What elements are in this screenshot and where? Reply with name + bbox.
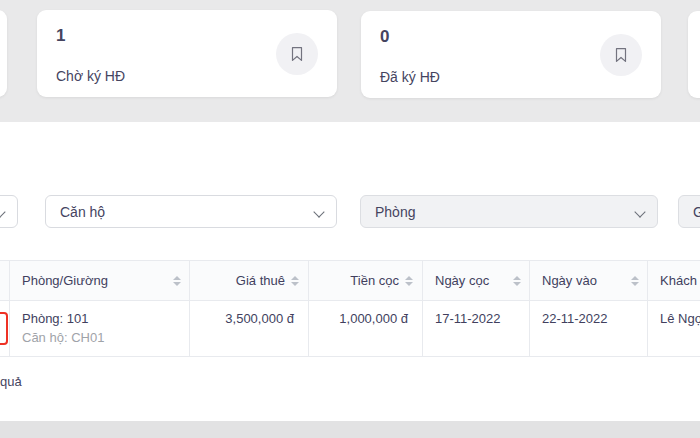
sort-icon[interactable] <box>631 276 639 286</box>
row-deposit-date-cell: 17-11-2022 <box>423 301 530 356</box>
pending-contracts-count: 1 <box>56 26 65 46</box>
apartment-select-value: Căn hộ <box>60 204 105 220</box>
sort-icon[interactable] <box>513 276 521 286</box>
footer-band <box>0 421 700 438</box>
stat-card-signed-contracts[interactable]: 0 Đã ký HĐ <box>361 11 661 98</box>
header-move-in-date[interactable]: Ngày vào <box>530 261 648 300</box>
bookmark-button[interactable] <box>276 33 318 75</box>
row-action-button[interactable] <box>0 312 8 345</box>
stats-section: 1 Chờ ký HĐ 0 Đã ký HĐ <box>0 0 700 122</box>
bed-select-value: Giường <box>693 204 700 220</box>
row-customer-cell: Lê Ngọ <box>648 301 700 356</box>
room-select-value: Phòng <box>375 204 415 220</box>
header-rent[interactable]: Giá thuê <box>190 261 309 300</box>
table-header-row: Phòng/Giường Giá thuê Tiền cọc Ngày cọc … <box>0 260 700 301</box>
header-room-bed[interactable]: Phòng/Giường <box>10 261 190 300</box>
results-count-text: quả <box>0 374 22 389</box>
rental-dashboard-screen: 1 Chờ ký HĐ 0 Đã ký HĐ Căn hộ Ph <box>0 0 700 438</box>
header-actions <box>0 261 10 300</box>
stat-card-pending-contracts[interactable]: 1 Chờ ký HĐ <box>37 10 337 97</box>
room-value: Phòng: 101 <box>22 311 177 326</box>
row-actions-cell <box>0 301 10 356</box>
room-select[interactable]: Phòng <box>360 195 658 228</box>
sort-icon[interactable] <box>405 276 413 286</box>
pending-contracts-label: Chờ ký HĐ <box>56 68 125 84</box>
chevron-down-icon <box>313 206 324 217</box>
signed-contracts-count: 0 <box>380 27 389 47</box>
bed-select[interactable]: Giường <box>678 195 700 228</box>
apartment-value: Căn hộ: CH01 <box>22 330 177 345</box>
signed-contracts-label: Đã ký HĐ <box>380 69 440 85</box>
stat-card-partial-left[interactable] <box>0 10 7 97</box>
row-deposit-cell: 1,000,000 đ <box>309 301 423 356</box>
bookmark-button[interactable] <box>600 34 642 76</box>
chevron-down-icon <box>0 206 6 217</box>
bookmark-icon <box>288 45 306 63</box>
row-room-bed-cell: Phòng: 101 Căn hộ: CH01 <box>10 301 190 356</box>
header-deposit[interactable]: Tiền cọc <box>309 261 423 300</box>
table-row: Phòng: 101 Căn hộ: CH01 3,500,000 đ 1,00… <box>0 301 700 357</box>
row-rent-cell: 3,500,000 đ <box>190 301 309 356</box>
header-deposit-date[interactable]: Ngày cọc <box>423 261 530 300</box>
rentals-table: Phòng/Giường Giá thuê Tiền cọc Ngày cọc … <box>0 260 700 357</box>
sort-icon[interactable] <box>291 276 299 286</box>
header-customer[interactable]: Khách hàng <box>648 261 700 300</box>
apartment-select[interactable]: Căn hộ <box>45 195 337 228</box>
stat-card-partial-right[interactable] <box>688 11 700 98</box>
filter-select-partial[interactable] <box>0 195 18 228</box>
bookmark-icon <box>612 46 630 64</box>
chevron-down-icon <box>634 206 645 217</box>
row-move-in-date-cell: 22-11-2022 <box>530 301 648 356</box>
sort-icon[interactable] <box>173 276 181 286</box>
